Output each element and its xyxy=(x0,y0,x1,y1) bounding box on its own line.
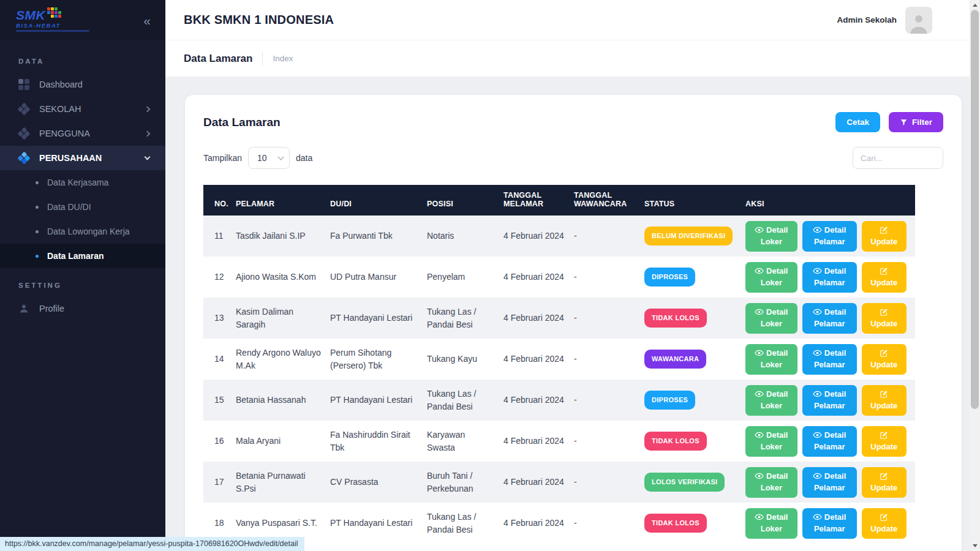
update-button[interactable]: Update xyxy=(862,426,907,457)
page-size-select[interactable]: 10 xyxy=(248,147,290,169)
sidebar-item-dashboard[interactable]: Dashboard xyxy=(0,72,165,97)
bullet-icon xyxy=(36,181,39,184)
sidebar-item-data-lamaran[interactable]: Data Lamaran xyxy=(0,244,165,268)
eye-icon xyxy=(813,389,822,399)
detail-pelamar-button[interactable]: Detail Pelamar xyxy=(802,426,857,457)
col-no: NO. xyxy=(203,185,236,216)
avatar[interactable] xyxy=(905,7,932,34)
update-button[interactable]: Update xyxy=(862,467,907,498)
table-row: 16Mala AryaniFa Nashiruddin Sirait TbkKa… xyxy=(203,421,915,462)
eye-icon xyxy=(755,430,764,440)
status-badge: TIDAK LOLOS xyxy=(644,514,707,533)
cell-tanggal-melamar: 4 Februari 2024 xyxy=(503,380,574,421)
sidebar-collapse-icon[interactable]: « xyxy=(143,14,151,27)
cell-pelamar: Mala Aryani xyxy=(236,421,330,462)
detail-loker-button[interactable]: Detail Loker xyxy=(745,508,797,539)
sidebar-item-pengguna[interactable]: PENGGUNA xyxy=(0,121,165,146)
sidebar-section-data: DATA xyxy=(0,48,165,72)
avatar-person-icon xyxy=(908,13,929,34)
detail-loker-button[interactable]: Detail Loker xyxy=(745,221,797,252)
eye-icon xyxy=(755,225,764,234)
edit-icon xyxy=(880,472,888,481)
detail-loker-button[interactable]: Detail Loker xyxy=(745,344,797,375)
update-button[interactable]: Update xyxy=(862,508,907,539)
detail-loker-button[interactable]: Detail Loker xyxy=(745,426,797,457)
chevron-right-icon xyxy=(145,107,151,113)
col-posisi: POSISI xyxy=(427,185,503,216)
cell-tanggal-melamar: 4 Februari 2024 xyxy=(503,257,574,298)
update-button[interactable]: Update xyxy=(862,221,907,252)
cell-status: BELUM DIVERIFIKASI xyxy=(644,216,745,257)
status-badge: TIDAK LOLOS xyxy=(644,432,707,451)
chevron-right-icon xyxy=(145,131,151,137)
cell-posisi: Karyawan Swasta xyxy=(427,421,503,462)
cell-aksi: Detail Loker Detail Pelamar Update xyxy=(745,257,915,298)
edit-icon xyxy=(880,349,888,358)
cell-tanggal-wawancara: - xyxy=(574,298,644,339)
user-menu[interactable]: Admin Sekolah xyxy=(837,7,932,34)
update-button[interactable]: Update xyxy=(862,262,907,293)
edit-icon xyxy=(880,267,888,276)
col-dudi: DU/DI xyxy=(330,185,427,216)
edit-icon xyxy=(880,226,888,234)
cell-tanggal-wawancara: - xyxy=(574,380,644,421)
cell-aksi: Detail Loker Detail Pelamar Update xyxy=(745,339,915,380)
search-input[interactable] xyxy=(853,147,943,169)
detail-pelamar-button[interactable]: Detail Pelamar xyxy=(802,344,857,375)
edit-icon xyxy=(880,513,888,522)
detail-loker-button[interactable]: Detail Loker xyxy=(745,262,797,293)
sidebar-item-perusahaan[interactable]: PERUSAHAAN xyxy=(0,146,165,170)
detail-loker-button[interactable]: Detail Loker xyxy=(745,467,797,498)
detail-pelamar-button[interactable]: Detail Pelamar xyxy=(802,467,857,498)
table-row: 15Betania HassanahPT Handayani LestariTu… xyxy=(203,380,915,421)
eye-icon xyxy=(755,307,764,317)
dashboard-grid-icon xyxy=(18,79,29,90)
detail-pelamar-button[interactable]: Detail Pelamar xyxy=(802,303,857,334)
app-title: BKK SMKN 1 INDONESIA xyxy=(184,13,334,27)
cetak-button[interactable]: Cetak xyxy=(835,112,880,132)
detail-pelamar-button[interactable]: Detail Pelamar xyxy=(802,221,857,252)
scrollbar-down-arrow-icon[interactable] xyxy=(973,544,978,547)
cell-tanggal-wawancara: - xyxy=(574,257,644,298)
sidebar-item-data-lowongan-kerja[interactable]: Data Lowongan Kerja xyxy=(0,219,165,244)
cell-no: 11 xyxy=(203,216,236,257)
sidebar-section-setting: SETTING xyxy=(0,268,165,296)
col-aksi: AKSI xyxy=(745,185,915,216)
show-label: Tampilkan xyxy=(203,153,242,163)
cell-no: 12 xyxy=(203,257,236,298)
detail-pelamar-button[interactable]: Detail Pelamar xyxy=(802,385,857,416)
scrollbar-up-arrow-icon[interactable] xyxy=(973,4,978,7)
cell-dudi: Perum Sihotang (Persero) Tbk xyxy=(330,339,427,380)
sidebar-item-data-kerjasama[interactable]: Data Kerjasama xyxy=(0,170,165,195)
detail-loker-button[interactable]: Detail Loker xyxy=(745,303,797,334)
sidebar-item-sekolah[interactable]: SEKOLAH xyxy=(0,97,165,121)
detail-loker-button[interactable]: Detail Loker xyxy=(745,385,797,416)
card-title: Data Lamaran xyxy=(203,116,281,129)
cell-pelamar: Ajiono Wasita S.Kom xyxy=(236,257,330,298)
filter-button[interactable]: Filter xyxy=(889,112,943,132)
cell-dudi: PT Handayani Lestari xyxy=(330,503,427,544)
update-button[interactable]: Update xyxy=(862,385,907,416)
col-pelamar: PELAMAR xyxy=(236,185,330,216)
scrollbar-thumb[interactable] xyxy=(971,10,979,409)
col-status: STATUS xyxy=(644,185,745,216)
cell-pelamar: Kasim Daliman Saragih xyxy=(236,298,330,339)
cell-posisi: Tukang Las / Pandai Besi xyxy=(427,380,503,421)
sidebar: SMK BISA-HEBAT « DATA Dashboard xyxy=(0,0,165,551)
update-button[interactable]: Update xyxy=(862,303,907,334)
cell-posisi: Tukang Las / Pandai Besi xyxy=(427,298,503,339)
eye-icon xyxy=(813,266,822,276)
vertical-scrollbar[interactable] xyxy=(970,0,980,551)
sidebar-item-profile[interactable]: Profile xyxy=(0,296,165,321)
update-button[interactable]: Update xyxy=(862,344,907,375)
eye-icon xyxy=(755,512,764,522)
cell-dudi: Fa Nashiruddin Sirait Tbk xyxy=(330,421,427,462)
col-tanggal-wawancara: TANGGAL WAWANCARA xyxy=(574,185,644,216)
cell-status: DIPROSES xyxy=(644,380,745,421)
detail-pelamar-button[interactable]: Detail Pelamar xyxy=(802,262,857,293)
cell-dudi: UD Putra Mansur xyxy=(330,257,427,298)
sidebar-item-data-dudi[interactable]: Data DU/DI xyxy=(0,195,165,219)
detail-pelamar-button[interactable]: Detail Pelamar xyxy=(802,508,857,539)
chevron-down-icon xyxy=(278,154,284,160)
col-tanggal-melamar: TANGGAL MELAMAR xyxy=(503,185,574,216)
